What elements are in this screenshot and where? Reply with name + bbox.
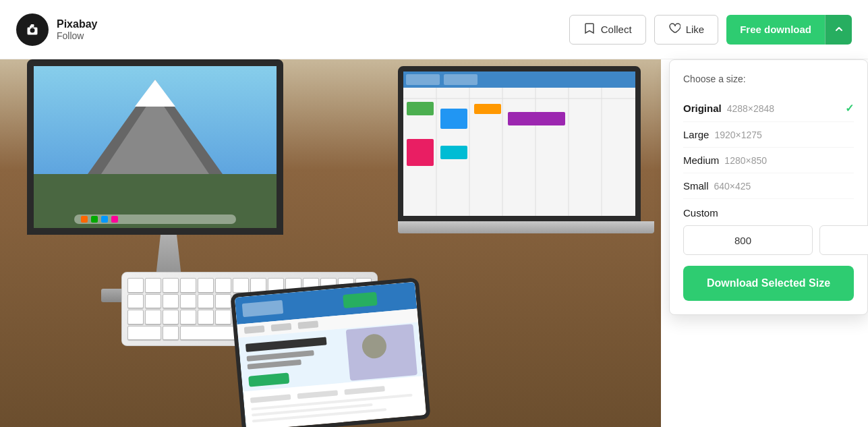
custom-inputs-container <box>683 225 854 255</box>
like-button[interactable]: Like <box>654 15 719 45</box>
svg-rect-11 <box>81 216 88 223</box>
custom-height-input[interactable] <box>819 225 868 255</box>
size-name-small: Small <box>683 180 709 192</box>
svg-rect-28 <box>474 104 501 114</box>
follow-link[interactable]: Follow <box>57 30 97 41</box>
size-option-small[interactable]: Small 640×425 <box>683 173 854 199</box>
free-download-button[interactable]: Free download <box>726 15 825 45</box>
chevron-up-icon <box>835 24 843 35</box>
size-option-original[interactable]: Original 4288×2848 ✓ <box>683 95 854 122</box>
size-option-large[interactable]: Large 1920×1275 <box>683 122 854 148</box>
svg-rect-29 <box>508 112 565 125</box>
size-dims-medium: 1280×850 <box>724 155 767 166</box>
size-dims-small: 640×425 <box>714 181 751 192</box>
download-dropdown-panel: Choose a size: Original 4288×2848 ✓ Larg… <box>669 59 868 315</box>
size-dims-large: 1920×1275 <box>714 130 761 140</box>
image-area <box>0 59 661 427</box>
collect-button[interactable]: Collect <box>569 15 646 45</box>
choose-size-label: Choose a size: <box>683 74 854 84</box>
svg-rect-4 <box>31 24 34 27</box>
tablet-screen-content <box>235 282 426 427</box>
user-info: Pixabay Follow <box>16 13 97 46</box>
collect-label: Collect <box>601 24 632 35</box>
svg-rect-13 <box>101 216 108 223</box>
size-option-original-left: Original 4288×2848 <box>683 103 774 114</box>
svg-rect-18 <box>444 74 478 85</box>
svg-rect-17 <box>406 74 440 85</box>
avatar <box>16 13 49 46</box>
custom-size-section: Custom <box>683 207 854 255</box>
laptop-computer <box>398 66 654 255</box>
imac-screen <box>27 59 283 235</box>
custom-label: Custom <box>683 207 854 219</box>
svg-rect-26 <box>407 102 434 115</box>
collect-icon <box>583 22 596 36</box>
dropdown-toggle-button[interactable] <box>825 15 852 45</box>
tablet-device <box>230 277 430 427</box>
imac-screen-content <box>34 66 277 228</box>
svg-rect-31 <box>440 146 467 159</box>
username: Pixabay <box>57 18 97 30</box>
free-download-label: Free download <box>740 24 811 35</box>
laptop-body <box>398 221 654 233</box>
laptop-screen-content <box>403 72 635 216</box>
like-icon <box>668 22 681 36</box>
like-label: Like <box>686 24 705 35</box>
svg-rect-15 <box>403 72 635 216</box>
laptop-screen <box>398 66 641 221</box>
size-option-medium-left: Medium 1280×850 <box>683 154 767 166</box>
header-actions: Collect Like Free download <box>569 15 852 45</box>
svg-rect-14 <box>111 216 118 223</box>
size-name-large: Large <box>683 129 709 140</box>
desk-scene <box>0 59 661 427</box>
svg-rect-27 <box>440 109 467 129</box>
svg-point-2 <box>30 28 35 32</box>
size-name-original: Original <box>683 103 722 114</box>
custom-width-input[interactable] <box>683 225 813 255</box>
size-option-large-left: Large 1920×1275 <box>683 129 762 140</box>
download-selected-button[interactable]: Download Selected Size <box>683 266 854 301</box>
free-download-group: Free download <box>726 15 852 45</box>
size-option-small-left: Small 640×425 <box>683 180 751 192</box>
svg-rect-12 <box>91 216 98 223</box>
size-check-original: ✓ <box>845 102 854 115</box>
svg-rect-10 <box>74 215 236 224</box>
size-dims-original: 4288×2848 <box>727 103 774 114</box>
size-name-medium: Medium <box>683 154 719 166</box>
download-selected-label: Download Selected Size <box>707 277 830 289</box>
size-option-medium[interactable]: Medium 1280×850 <box>683 148 854 173</box>
header: Pixabay Follow Collect Like Free downloa… <box>0 0 868 59</box>
user-text: Pixabay Follow <box>57 18 97 41</box>
svg-rect-30 <box>407 139 434 166</box>
